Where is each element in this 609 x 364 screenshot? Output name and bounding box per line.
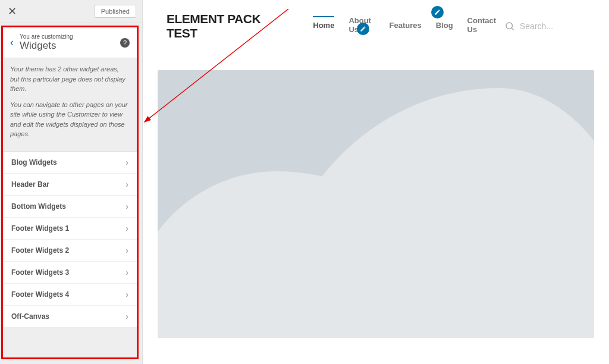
hero-image-placeholder [158,70,594,338]
site-header: ELEMENT PACK TEST Home About Us Features… [149,0,603,52]
widget-item-bottom-widgets[interactable]: Bottom Widgets › [3,196,137,218]
sidebar-top-bar: ✕ Published [0,0,142,23]
panel-title: Widgets [20,40,120,52]
widget-item-label: Off-Canvas [11,312,49,321]
widget-item-label: Footer Widgets 2 [11,246,69,255]
chevron-right-icon: › [125,202,128,211]
widget-item-footer-widgets-2[interactable]: Footer Widgets 2 › [3,240,137,262]
widget-item-label: Footer Widgets 1 [11,224,69,233]
widget-item-blog-widgets[interactable]: Blog Widgets › [3,152,137,174]
info-text: Your theme has 2 other widget areas, but… [3,58,137,151]
nav-item-contact-us[interactable]: Contact Us [467,16,498,36]
widget-list: Blog Widgets › Header Bar › Bottom Widge… [3,151,137,328]
close-icon[interactable]: ✕ [6,5,18,17]
widget-item-footer-widgets-3[interactable]: Footer Widgets 3 › [3,262,137,284]
chevron-right-icon: › [125,268,128,277]
site-title[interactable]: ELEMENT PACK TEST [167,12,283,40]
info-para-1: Your theme has 2 other widget areas, but… [10,64,130,94]
placeholder-sun [277,189,313,226]
info-para-2: You can navigate to other pages on your … [10,100,130,139]
widget-item-footer-widgets-1[interactable]: Footer Widgets 1 › [3,218,137,240]
chevron-right-icon: › [125,224,128,233]
widget-item-label: Blog Widgets [11,158,57,167]
widget-item-off-canvas[interactable]: Off-Canvas › [3,306,137,328]
search-input[interactable] [520,21,591,31]
widget-item-footer-widgets-4[interactable]: Footer Widgets 4 › [3,284,137,306]
nav-item-blog[interactable]: Blog [436,21,453,32]
site-preview: ELEMENT PACK TEST Home About Us Features… [143,0,609,364]
svg-line-1 [511,28,513,30]
published-button[interactable]: Published [95,5,136,18]
widget-item-label: Footer Widgets 4 [11,290,69,299]
widget-item-label: Bottom Widgets [11,202,66,211]
search-icon [504,21,515,32]
main-nav: Home About Us Features Blog Contact Us [313,16,498,36]
edit-shortcut-icon[interactable] [431,6,444,18]
widget-item-label: Header Bar [11,180,49,189]
widget-item-header-bar[interactable]: Header Bar › [3,174,137,196]
nav-item-features[interactable]: Features [390,21,422,32]
back-chevron-icon[interactable]: ‹ [10,36,14,49]
nav-item-home[interactable]: Home [313,16,334,32]
chevron-right-icon: › [125,312,128,321]
panel-header: ‹ You are customizing Widgets ? [3,27,137,58]
annotation-highlight: ‹ You are customizing Widgets ? Your the… [1,26,139,359]
edit-shortcut-icon[interactable] [357,23,369,35]
chevron-right-icon: › [125,246,128,255]
svg-point-0 [506,23,513,29]
search-box[interactable] [504,21,591,32]
widget-item-label: Footer Widgets 3 [11,268,69,277]
chevron-right-icon: › [125,158,128,167]
help-icon[interactable]: ? [120,38,130,48]
customizer-sidebar: ✕ Published ‹ You are customizing Widget… [0,0,143,364]
chevron-right-icon: › [125,180,128,189]
customizing-label: You are customizing [20,33,120,40]
chevron-right-icon: › [125,290,128,299]
